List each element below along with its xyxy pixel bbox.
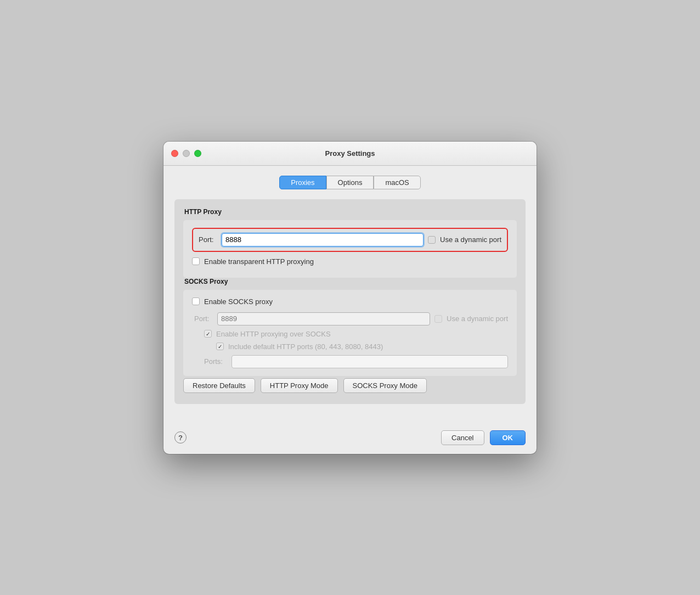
socks-include-default-row: Include default HTTP ports (80, 443, 808… — [192, 343, 508, 351]
minimize-button[interactable] — [183, 150, 190, 157]
socks-http-over-socks-label: Enable HTTP proxying over SOCKS — [216, 330, 331, 338]
cancel-button[interactable]: Cancel — [441, 430, 484, 445]
tab-proxies[interactable]: Proxies — [279, 176, 326, 189]
socks-enable-label: Enable SOCKS proxy — [204, 298, 273, 306]
socks-proxy-mode-button[interactable]: SOCKS Proxy Mode — [343, 378, 427, 393]
socks-port-row: Port: Use a dynamic port — [194, 312, 508, 325]
http-transparent-row: Enable transparent HTTP proxying — [192, 257, 508, 266]
socks-http-over-socks-checkbox[interactable] — [204, 330, 212, 338]
http-dynamic-port-checkbox[interactable] — [428, 236, 436, 244]
socks-include-default-checkbox[interactable] — [216, 343, 224, 350]
socks-port-input[interactable] — [217, 312, 430, 325]
ok-button[interactable]: OK — [490, 430, 526, 445]
footer-buttons: Cancel OK — [441, 430, 526, 445]
http-proxy-box: Port: Use a dynamic port Enable transpar… — [183, 220, 517, 278]
footer: ? Cancel OK — [163, 424, 537, 454]
main-panel: HTTP Proxy Port: Use a dynamic port Enab… — [174, 199, 526, 404]
http-proxy-title: HTTP Proxy — [183, 208, 517, 216]
help-button[interactable]: ? — [174, 431, 187, 444]
socks-ports-label: Ports: — [204, 357, 227, 366]
maximize-button[interactable] — [194, 150, 201, 157]
socks-dynamic-port-label: Use a dynamic port — [447, 315, 508, 323]
bottom-buttons: Restore Defaults HTTP Proxy Mode SOCKS P… — [183, 378, 517, 393]
socks-enable-row: Enable SOCKS proxy — [192, 298, 508, 306]
socks-proxy-title: SOCKS Proxy — [183, 278, 517, 285]
tab-macos[interactable]: macOS — [374, 176, 420, 189]
http-dynamic-port-label: Use a dynamic port — [440, 235, 501, 244]
http-proxy-mode-button[interactable]: HTTP Proxy Mode — [261, 378, 338, 393]
restore-defaults-button[interactable]: Restore Defaults — [183, 378, 255, 393]
tab-bar: Proxies Options macOS — [174, 176, 526, 189]
close-button[interactable] — [171, 150, 178, 157]
socks-port-label: Port: — [194, 315, 213, 323]
http-proxy-section: HTTP Proxy Port: Use a dynamic port Enab… — [183, 208, 517, 278]
http-port-label: Port: — [199, 235, 217, 244]
titlebar: Proxy Settings — [163, 142, 537, 166]
socks-enable-checkbox[interactable] — [192, 298, 200, 305]
tab-options[interactable]: Options — [326, 176, 374, 189]
proxy-settings-window: Proxy Settings Proxies Options macOS HTT… — [163, 142, 537, 454]
socks-include-default-label: Include default HTTP ports (80, 443, 808… — [228, 343, 383, 351]
traffic-lights — [171, 150, 201, 157]
window-title: Proxy Settings — [325, 149, 375, 158]
http-transparent-checkbox[interactable] — [192, 257, 200, 265]
socks-http-over-socks-row: Enable HTTP proxying over SOCKS — [192, 330, 508, 338]
socks-dynamic-port-checkbox[interactable] — [434, 315, 442, 323]
http-port-input[interactable] — [222, 233, 424, 246]
http-transparent-label: Enable transparent HTTP proxying — [204, 257, 314, 266]
http-proxy-port-highlight: Port: Use a dynamic port — [192, 228, 508, 252]
socks-proxy-section: SOCKS Proxy Enable SOCKS proxy Port: Use… — [183, 278, 517, 376]
socks-proxy-box: Enable SOCKS proxy Port: Use a dynamic p… — [183, 290, 517, 376]
socks-ports-input[interactable] — [232, 355, 508, 368]
content-area: Proxies Options macOS HTTP Proxy Port: U… — [163, 166, 537, 424]
socks-ports-row: Ports: — [192, 355, 508, 368]
